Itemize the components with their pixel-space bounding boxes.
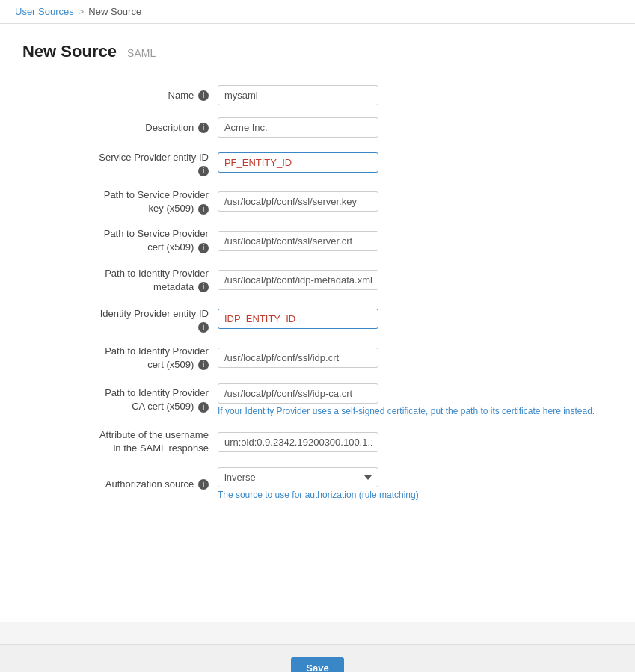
description-row: Description i <box>22 111 613 144</box>
description-info-icon[interactable]: i <box>198 123 209 133</box>
attr-username-input[interactable] <box>218 432 378 452</box>
page-subtitle: SAML <box>127 47 156 59</box>
sp-key-input[interactable] <box>218 191 378 212</box>
save-button[interactable]: Save <box>291 657 343 672</box>
breadcrumb-current: New Source <box>88 6 141 17</box>
sp-entity-id-input-cell <box>213 144 613 182</box>
attr-username-row: Attribute of the username in the SAML re… <box>22 422 613 461</box>
sp-entity-id-info-icon[interactable]: i <box>198 166 209 176</box>
sp-cert-info-icon[interactable]: i <box>198 243 209 253</box>
attr-username-label: Attribute of the username in the SAML re… <box>22 422 213 461</box>
idp-metadata-input-cell <box>213 261 613 300</box>
sp-entity-id-label: Service Provider entity ID i <box>22 144 213 182</box>
idp-cert-input-cell <box>213 339 613 377</box>
idp-entity-id-info-icon[interactable]: i <box>198 322 209 333</box>
name-input[interactable] <box>218 85 378 105</box>
idp-metadata-row: Path to Identity Provider metadata i <box>22 261 613 300</box>
breadcrumb: User Sources > New Source <box>0 0 635 24</box>
form: Name i Description i Service Provider en… <box>22 79 613 506</box>
name-row: Name i <box>22 79 613 111</box>
main-content: New Source SAML Name i Description i <box>0 24 635 622</box>
breadcrumb-parent-link[interactable]: User Sources <box>15 6 74 17</box>
sp-cert-input-cell <box>213 221 613 260</box>
auth-source-help: The source to use for authorization (rul… <box>218 490 608 500</box>
idp-cert-label: Path to Identity Provider cert (x509) i <box>22 339 213 377</box>
page-title: New Source SAML <box>22 42 613 61</box>
idp-metadata-info-icon[interactable]: i <box>198 282 209 292</box>
auth-source-row: Authorization source i inverse none othe… <box>22 461 613 506</box>
sp-entity-id-row: Service Provider entity ID i <box>22 144 613 182</box>
idp-cert-row: Path to Identity Provider cert (x509) i <box>22 339 613 377</box>
name-input-cell <box>213 79 613 111</box>
idp-entity-id-row: Identity Provider entity ID i <box>22 300 613 339</box>
auth-source-info-icon[interactable]: i <box>198 479 209 490</box>
idp-ca-cert-row: Path to Identity Provider CA cert (x509)… <box>22 377 613 422</box>
idp-ca-cert-info-icon[interactable]: i <box>198 402 209 413</box>
auth-source-input-cell: inverse none other The source to use for… <box>213 461 613 506</box>
name-info-icon[interactable]: i <box>198 90 209 101</box>
sp-cert-row: Path to Service Provider cert (x509) i <box>22 221 613 260</box>
idp-entity-id-input-cell <box>213 300 613 339</box>
idp-ca-cert-label: Path to Identity Provider CA cert (x509)… <box>22 377 213 422</box>
auth-source-label: Authorization source i <box>22 461 213 506</box>
sp-entity-id-input[interactable] <box>218 152 378 173</box>
sp-key-input-cell <box>213 182 613 221</box>
idp-cert-info-icon[interactable]: i <box>198 360 209 370</box>
attr-username-input-cell <box>213 422 613 461</box>
name-label: Name i <box>22 79 213 111</box>
idp-entity-id-label: Identity Provider entity ID i <box>22 300 213 339</box>
auth-source-select[interactable]: inverse none other <box>218 467 378 487</box>
breadcrumb-separator: > <box>79 6 85 17</box>
sp-key-info-icon[interactable]: i <box>198 204 209 215</box>
footer-bar: Save <box>0 644 635 672</box>
description-input-cell <box>213 111 613 144</box>
idp-metadata-label: Path to Identity Provider metadata i <box>22 261 213 300</box>
sp-cert-input[interactable] <box>218 231 378 251</box>
sp-cert-label: Path to Service Provider cert (x509) i <box>22 221 213 260</box>
idp-ca-cert-input-cell: If your Identity Provider uses a self-si… <box>213 377 613 422</box>
description-label: Description i <box>22 111 213 144</box>
idp-metadata-input[interactable] <box>218 270 378 290</box>
idp-cert-input[interactable] <box>218 348 378 368</box>
sp-key-row: Path to Service Provider key (x509) i <box>22 182 613 221</box>
description-input[interactable] <box>218 117 378 138</box>
idp-ca-cert-help: If your Identity Provider uses a self-si… <box>218 406 608 416</box>
idp-entity-id-input[interactable] <box>218 309 378 329</box>
idp-ca-cert-input[interactable] <box>218 383 378 404</box>
sp-key-label: Path to Service Provider key (x509) i <box>22 182 213 221</box>
